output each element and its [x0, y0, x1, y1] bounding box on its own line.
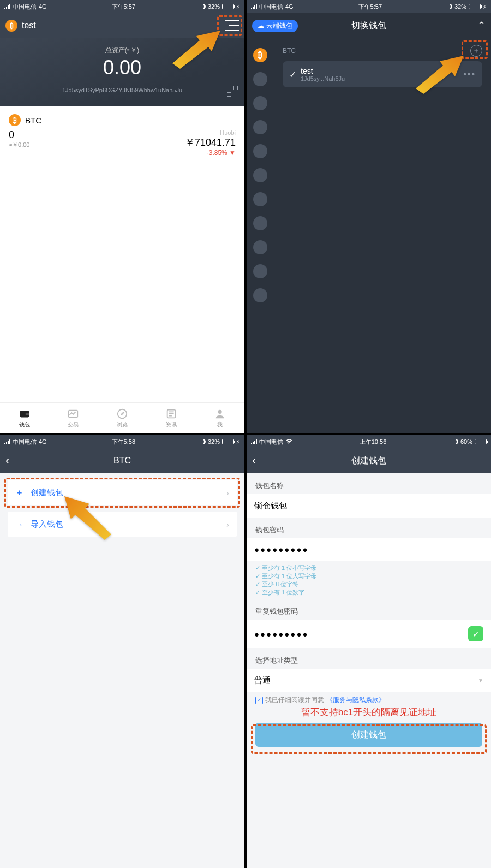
wallet-name-input[interactable]: 锁仓钱包 — [247, 494, 491, 518]
network-4g: 4G — [39, 438, 47, 445]
chain-eth[interactable] — [253, 72, 267, 86]
chain-eos[interactable] — [253, 96, 267, 110]
price-source: Huobi — [185, 129, 236, 136]
tab-wallet-label: 钱包 — [19, 421, 30, 429]
chart-icon — [67, 408, 79, 420]
page-title: 创建钱包 — [247, 455, 491, 467]
battery-pct: 32% — [454, 3, 466, 10]
network-4g: 4G — [39, 3, 47, 10]
password2-input[interactable]: ●●●●●●●●● ✓ — [247, 620, 491, 648]
charging-icon: ⚡︎ — [236, 439, 240, 445]
header: ‹ 创建钱包 — [247, 448, 491, 473]
wallet-name: test — [22, 21, 36, 31]
status-bar: 中国电信 上午10:56 60% — [247, 435, 491, 448]
network-4g: 4G — [285, 3, 294, 10]
chain-rail: ₿ — [247, 38, 274, 433]
tab-news-label: 资讯 — [166, 421, 177, 429]
wallet-name-value: 锁仓钱包 — [254, 501, 287, 511]
add-wallet-button[interactable]: ＋ — [470, 45, 482, 57]
battery-icon — [469, 4, 481, 9]
chain-bnb[interactable] — [253, 144, 267, 158]
password-value: ●●●●●●●●● — [254, 545, 309, 554]
annotation-arrow — [416, 56, 465, 96]
annotation-arrow — [172, 31, 221, 71]
segwit-warning: 暂不支持bc1开头的隔离见证地址 — [247, 705, 491, 720]
tab-trade[interactable]: 交易 — [49, 403, 98, 433]
pw-req-upper: 至少有 1 位大写字母 — [255, 572, 482, 580]
status-time: 下午5:57 — [112, 3, 135, 11]
svg-marker-8 — [64, 496, 111, 540]
pw-req-digit: 至少有 1 位数字 — [255, 588, 482, 597]
qr-icon[interactable] — [227, 86, 238, 97]
wallet-card-addr: 1Jd5sy...Nah5Ju — [301, 75, 345, 82]
moon-icon — [453, 439, 458, 444]
battery-icon — [222, 4, 234, 9]
wallet-address[interactable]: 1Jd5sydTSyPp6CGZYJNf59Whhw1uNah5Ju — [0, 87, 244, 93]
coin-row-header[interactable]: ₿ BTC — [0, 106, 244, 129]
tab-me-label: 我 — [217, 421, 223, 429]
chain-btc[interactable]: ₿ — [253, 48, 267, 62]
bitcoin-icon: ₿ — [5, 20, 17, 32]
screen-wallet-home: 中国电信 4G 下午5:57 32% ⚡︎ ₿ test 总资产(≈￥) 0.0… — [0, 0, 244, 433]
battery-pct: 32% — [208, 3, 220, 10]
page-title: BTC — [0, 456, 244, 466]
chevron-right-icon: › — [226, 520, 229, 529]
header: ☁ 云端钱包 切换钱包 ⌃ — [247, 13, 491, 38]
pw-req-length: 至少 8 位字符 — [255, 580, 482, 588]
password-input[interactable]: ●●●●●●●●● — [247, 538, 491, 561]
screen-switch-wallet: 中国电信 4G 下午5:57 32% ⚡︎ ☁ 云端钱包 切换钱包 ⌃ ₿ — [247, 0, 491, 433]
status-bar: 中国电信 4G 下午5:57 32% ⚡︎ — [0, 0, 244, 13]
wallet-card-name: test — [301, 67, 345, 75]
tab-news[interactable]: 资讯 — [147, 403, 196, 433]
import-wallet-label: 导入钱包 — [31, 519, 63, 530]
person-icon — [214, 408, 226, 420]
chain-other[interactable] — [253, 288, 267, 302]
more-icon[interactable]: ••• — [463, 69, 476, 79]
page-title: 切换钱包 — [247, 20, 491, 32]
agree-checkbox[interactable]: ✓ — [255, 697, 263, 704]
check-icon: ✓ — [289, 69, 296, 80]
password2-label: 重复钱包密码 — [247, 599, 491, 620]
moon-icon — [200, 4, 206, 9]
down-caret-icon: ▼ — [229, 149, 236, 157]
tab-wallet[interactable]: 钱包 — [0, 403, 49, 433]
section-label: BTC — [283, 47, 296, 55]
carrier: 中国电信 — [13, 438, 37, 446]
svg-point-5 — [218, 409, 222, 413]
screen-create-wallet: 中国电信 上午10:56 60% ‹ 创建钱包 钱包名称 锁仓钱包 钱包密码 ●… — [247, 435, 491, 868]
create-wallet-row[interactable]: ＋ 创建钱包 › — [8, 480, 237, 505]
coin-holding: 0 — [9, 129, 29, 141]
signal-icon — [4, 439, 10, 444]
news-icon — [165, 408, 177, 420]
chain-xrp[interactable] — [253, 240, 267, 254]
signal-icon — [251, 4, 257, 9]
tab-me[interactable]: 我 — [195, 403, 244, 433]
battery-pct: 60% — [460, 438, 472, 445]
chain-dot[interactable] — [253, 192, 267, 206]
carrier: 中国电信 — [259, 438, 283, 446]
annotation-arrow — [63, 496, 112, 542]
menu-icon[interactable] — [225, 20, 239, 31]
tab-browse[interactable]: 浏览 — [98, 403, 147, 433]
agree-text: 我已仔细阅读并同意 — [265, 695, 324, 705]
agree-row[interactable]: ✓ 我已仔细阅读并同意 《服务与隐私条款》 — [247, 692, 491, 705]
chain-zil[interactable] — [253, 264, 267, 278]
import-icon: → — [15, 520, 25, 529]
battery-pct: 32% — [208, 438, 220, 445]
chain-atom[interactable] — [253, 168, 267, 182]
import-wallet-row[interactable]: → 导入钱包 › — [8, 512, 237, 537]
screen-btc-options: 中国电信 4G 下午5:58 32% ⚡︎ ‹ BTC ＋ 创建钱包 › → 导… — [0, 435, 244, 868]
addr-type-select[interactable]: 普通 ▼ — [247, 669, 491, 692]
battery-icon — [475, 439, 487, 444]
create-wallet-button[interactable]: 创建钱包 — [255, 723, 482, 747]
tab-trade-label: 交易 — [68, 421, 79, 429]
terms-link[interactable]: 《服务与隐私条款》 — [326, 695, 385, 705]
wifi-icon — [285, 439, 293, 444]
chain-ont[interactable] — [253, 216, 267, 230]
chain-trx[interactable] — [253, 120, 267, 134]
password-label: 钱包密码 — [247, 518, 491, 538]
svg-marker-7 — [416, 56, 464, 94]
battery-icon — [222, 439, 234, 444]
coin-holding-fiat: ≈￥0.00 — [9, 141, 29, 149]
addr-type-label: 选择地址类型 — [247, 648, 491, 669]
